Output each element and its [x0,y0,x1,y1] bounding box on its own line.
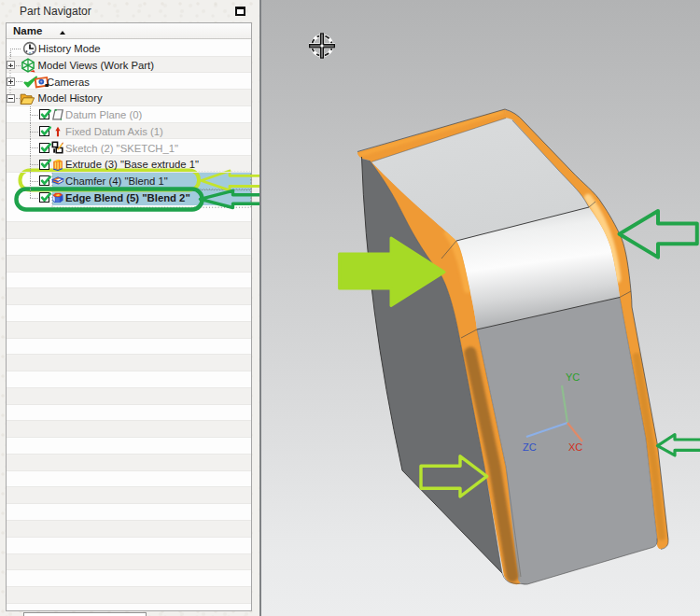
svg-text:ZC: ZC [523,441,537,453]
svg-text:YC: YC [566,371,580,383]
svg-text:XC: XC [568,441,582,453]
